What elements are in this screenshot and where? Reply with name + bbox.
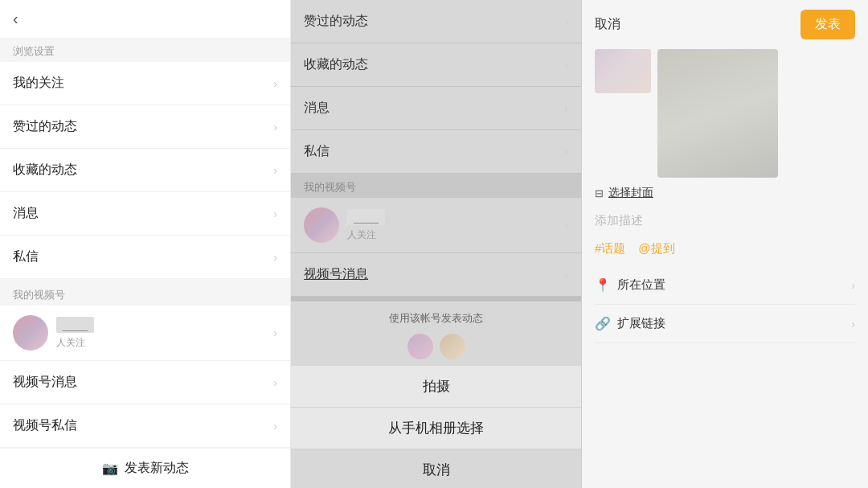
left-menu-liked-text: 赞过的动态	[13, 118, 77, 135]
mid-menu-messages-text: 消息	[304, 100, 330, 117]
left-menu-private[interactable]: 私信 ›	[0, 236, 290, 279]
avatar-followers: 人关注	[56, 336, 94, 350]
chevron-icon: ›	[273, 376, 277, 389]
avatar	[13, 315, 48, 351]
chevron-icon: ›	[273, 121, 277, 133]
mid-menu-private[interactable]: 私信 ›	[291, 130, 581, 174]
tag-topic[interactable]: #话题	[595, 241, 625, 256]
chevron-icon: ›	[564, 15, 568, 28]
mid-menu-liked-text: 赞过的动态	[304, 13, 368, 30]
chevron-icon: ›	[564, 146, 568, 158]
avatar-name: ____	[56, 317, 94, 333]
left-menu-private-text: 私信	[13, 248, 39, 265]
right-menu-location[interactable]: 📍 所在位置 ›	[595, 266, 855, 305]
action-cancel[interactable]: 取消	[291, 449, 581, 488]
sketch-images	[595, 49, 855, 178]
sketch-image-small	[595, 49, 651, 93]
chevron-icon: ›	[273, 77, 277, 90]
cover-select-text: 选择封面	[608, 186, 653, 200]
panel-right: 取消 发表 ⊟ 选择封面 添加描述 #话题 @提到 📍 所在位置 › 🔗	[582, 0, 868, 488]
right-menu-location-left: 📍 所在位置	[595, 277, 665, 293]
left-menu-collected[interactable]: 收藏的动态 ›	[0, 149, 290, 192]
top-bar-left: ‹	[0, 0, 290, 38]
small-avatar-1	[407, 334, 433, 359]
avatar-name-mid: ____	[347, 209, 385, 225]
right-menu-location-text: 所在位置	[617, 277, 665, 293]
action-sheet: 使用该帐号发表动态 拍摄 从手机相册选择 取消	[291, 297, 581, 488]
left-menu-my-follow[interactable]: 我的关注 ›	[0, 62, 290, 105]
left-menu-collected-text: 收藏的动态	[13, 162, 77, 178]
link-icon: 🔗	[595, 316, 611, 331]
chevron-icon: ›	[564, 269, 568, 281]
chevron-icon: ›	[851, 318, 855, 330]
left-menu-video-message-text: 视频号消息	[13, 374, 77, 391]
chevron-icon: ›	[564, 59, 568, 72]
right-menu-link-text: 扩展链接	[617, 316, 665, 331]
sketch-image-large	[657, 49, 778, 178]
cover-select[interactable]: ⊟ 选择封面	[595, 186, 855, 200]
right-menu-link-left: 🔗 扩展链接	[595, 316, 665, 331]
browse-settings-label: 浏览设置	[0, 38, 290, 62]
avatar-mid	[304, 207, 339, 243]
mid-menu-collected[interactable]: 收藏的动态 ›	[291, 43, 581, 87]
cancel-button[interactable]: 取消	[595, 16, 620, 33]
left-menu-liked[interactable]: 赞过的动态 ›	[0, 105, 290, 149]
mid-menu-messages[interactable]: 消息 ›	[291, 87, 581, 130]
mid-video-account[interactable]: ____ 人关注 ›	[291, 198, 581, 253]
panel-left: ‹ 浏览设置 我的关注 › 赞过的动态 › 收藏的动态 › 消息 › 私信 › …	[0, 0, 291, 488]
chevron-icon: ›	[273, 420, 277, 433]
small-avatar-2	[440, 334, 465, 359]
chevron-icon: ›	[273, 164, 277, 177]
left-menu-messages-text: 消息	[13, 205, 39, 222]
tags-row: #话题 @提到	[595, 241, 855, 256]
chevron-icon: ›	[273, 326, 277, 339]
mid-menu-video-message-text: 视频号消息	[304, 266, 368, 283]
left-menu-video-private-text: 视频号私信	[13, 417, 77, 434]
mid-menu-private-text: 私信	[304, 143, 330, 160]
post-new-label: 发表新动态	[125, 460, 189, 477]
desc-placeholder[interactable]: 添加描述	[595, 210, 855, 232]
action-album[interactable]: 从手机相册选择	[291, 408, 581, 449]
mid-menu-collected-text: 收藏的动态	[304, 56, 368, 73]
action-shoot[interactable]: 拍摄	[291, 366, 581, 408]
avatar-info-mid: ____ 人关注	[347, 209, 385, 242]
right-content: ⊟ 选择封面 添加描述 #话题 @提到 📍 所在位置 › 🔗 扩展链接 ›	[582, 49, 868, 488]
back-button[interactable]: ‹	[13, 10, 18, 28]
post-button[interactable]: 发表	[800, 10, 855, 39]
location-icon: 📍	[595, 277, 611, 293]
left-video-account[interactable]: ____ 人关注 ›	[0, 306, 290, 361]
avatar-info: ____ 人关注	[56, 317, 94, 350]
tag-mention[interactable]: @提到	[638, 241, 674, 256]
top-bar-right: 取消 发表	[582, 0, 868, 49]
post-new-button[interactable]: 📷 发表新动态	[0, 448, 290, 488]
video-account-section-label: 我的视频号	[0, 281, 290, 306]
avatar-followers-mid: 人关注	[347, 228, 385, 242]
cover-icon: ⊟	[595, 187, 604, 199]
chevron-icon: ›	[851, 279, 855, 292]
action-sheet-label: 使用该帐号发表动态	[291, 301, 581, 330]
video-account-left: ____ 人关注	[13, 315, 94, 351]
video-account-left-mid: ____ 人关注	[304, 207, 385, 243]
chevron-icon: ›	[273, 251, 277, 264]
camera-icon: 📷	[102, 461, 118, 476]
panel-middle: 赞过的动态 › 收藏的动态 › 消息 › 私信 › 我的视频号 ____ 人关注…	[291, 0, 582, 488]
left-menu-video-message[interactable]: 视频号消息 ›	[0, 361, 290, 404]
left-menu-my-follow-text: 我的关注	[13, 75, 64, 92]
mid-menu-video-message[interactable]: 视频号消息 ›	[291, 253, 581, 297]
chevron-icon: ›	[564, 102, 568, 115]
mid-menu-liked[interactable]: 赞过的动态 ›	[291, 0, 581, 43]
right-menu-link[interactable]: 🔗 扩展链接 ›	[595, 305, 855, 343]
video-account-section-label-mid: 我的视频号	[291, 174, 581, 198]
chevron-icon: ›	[564, 219, 568, 232]
action-avatars	[291, 330, 581, 366]
left-menu-messages[interactable]: 消息 ›	[0, 192, 290, 236]
left-menu-video-private[interactable]: 视频号私信 ›	[0, 404, 290, 448]
chevron-icon: ›	[273, 207, 277, 220]
